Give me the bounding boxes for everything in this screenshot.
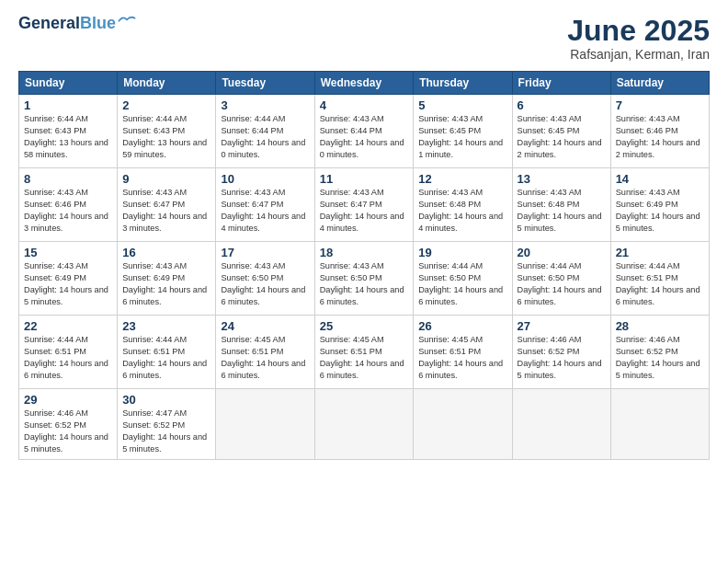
day-number: 7 [616, 98, 704, 112]
day-info: Sunrise: 4:43 AMSunset: 6:47 PMDaylight:… [122, 187, 210, 235]
day-number: 9 [122, 172, 210, 186]
day-info: Sunrise: 4:44 AMSunset: 6:50 PMDaylight:… [418, 260, 506, 308]
day-info: Sunrise: 4:43 AMSunset: 6:50 PMDaylight:… [221, 260, 309, 308]
day-info: Sunrise: 4:43 AMSunset: 6:49 PMDaylight:… [122, 260, 210, 308]
day-number: 18 [320, 246, 409, 259]
day-number: 17 [221, 246, 309, 259]
col-saturday: Saturday [610, 72, 709, 95]
table-row: 20Sunrise: 4:44 AMSunset: 6:50 PMDayligh… [512, 242, 610, 316]
col-tuesday: Tuesday [216, 72, 314, 95]
table-row: 17Sunrise: 4:43 AMSunset: 6:50 PMDayligh… [216, 242, 314, 316]
table-row: 23Sunrise: 4:44 AMSunset: 6:51 PMDayligh… [118, 316, 216, 389]
day-number: 23 [122, 319, 210, 333]
day-info: Sunrise: 4:44 AMSunset: 6:44 PMDaylight:… [221, 113, 309, 161]
day-number: 3 [221, 98, 309, 112]
day-number: 4 [320, 98, 409, 112]
day-info: Sunrise: 4:44 AMSunset: 6:51 PMDaylight:… [24, 334, 112, 382]
table-row: 6Sunrise: 4:43 AMSunset: 6:45 PMDaylight… [512, 95, 610, 168]
table-row [512, 389, 610, 460]
day-info: Sunrise: 4:46 AMSunset: 6:52 PMDaylight:… [24, 408, 112, 455]
day-number: 2 [122, 98, 210, 112]
table-row: 11Sunrise: 4:43 AMSunset: 6:47 PMDayligh… [314, 168, 414, 242]
day-info: Sunrise: 4:46 AMSunset: 6:52 PMDaylight:… [518, 334, 606, 382]
day-number: 8 [24, 172, 112, 186]
day-number: 12 [418, 172, 506, 186]
day-info: Sunrise: 4:45 AMSunset: 6:51 PMDaylight:… [320, 334, 409, 382]
day-number: 30 [122, 393, 210, 407]
col-sunday: Sunday [19, 72, 118, 95]
day-number: 13 [518, 172, 606, 186]
day-number: 22 [24, 319, 112, 333]
day-number: 14 [616, 172, 704, 186]
table-row: 18Sunrise: 4:43 AMSunset: 6:50 PMDayligh… [314, 242, 414, 316]
day-number: 29 [24, 393, 112, 407]
table-row: 7Sunrise: 4:43 AMSunset: 6:46 PMDaylight… [610, 95, 709, 168]
day-number: 27 [518, 319, 606, 333]
logo: GeneralBlue [18, 15, 136, 33]
logo-text: GeneralBlue [18, 15, 116, 33]
day-number: 19 [418, 246, 506, 259]
day-number: 15 [24, 246, 112, 259]
month-title: June 2025 [567, 15, 710, 47]
col-monday: Monday [118, 72, 216, 95]
day-number: 11 [320, 172, 409, 186]
table-row [314, 389, 414, 460]
day-info: Sunrise: 4:43 AMSunset: 6:49 PMDaylight:… [616, 187, 704, 235]
col-friday: Friday [512, 72, 610, 95]
col-wednesday: Wednesday [314, 72, 414, 95]
day-info: Sunrise: 4:44 AMSunset: 6:51 PMDaylight:… [122, 334, 210, 382]
day-number: 24 [221, 319, 309, 333]
logo-bird-icon [118, 14, 136, 27]
table-row: 16Sunrise: 4:43 AMSunset: 6:49 PMDayligh… [118, 242, 216, 316]
table-row: 24Sunrise: 4:45 AMSunset: 6:51 PMDayligh… [216, 316, 314, 389]
day-info: Sunrise: 4:45 AMSunset: 6:51 PMDaylight:… [418, 334, 506, 382]
day-info: Sunrise: 4:43 AMSunset: 6:48 PMDaylight:… [518, 187, 606, 235]
day-info: Sunrise: 4:43 AMSunset: 6:47 PMDaylight:… [221, 187, 309, 235]
calendar-table: Sunday Monday Tuesday Wednesday Thursday… [18, 71, 710, 460]
table-row: 9Sunrise: 4:43 AMSunset: 6:47 PMDaylight… [118, 168, 216, 242]
table-row: 8Sunrise: 4:43 AMSunset: 6:46 PMDaylight… [19, 168, 118, 242]
day-number: 26 [418, 319, 506, 333]
table-row: 13Sunrise: 4:43 AMSunset: 6:48 PMDayligh… [512, 168, 610, 242]
table-row [610, 389, 709, 460]
day-info: Sunrise: 4:43 AMSunset: 6:45 PMDaylight:… [518, 113, 606, 161]
day-info: Sunrise: 4:47 AMSunset: 6:52 PMDaylight:… [122, 408, 210, 455]
day-info: Sunrise: 4:43 AMSunset: 6:46 PMDaylight:… [616, 113, 704, 161]
table-row [216, 389, 314, 460]
table-row: 3Sunrise: 4:44 AMSunset: 6:44 PMDaylight… [216, 95, 314, 168]
day-info: Sunrise: 4:43 AMSunset: 6:50 PMDaylight:… [320, 260, 409, 308]
table-row: 27Sunrise: 4:46 AMSunset: 6:52 PMDayligh… [512, 316, 610, 389]
day-info: Sunrise: 4:43 AMSunset: 6:49 PMDaylight:… [24, 260, 112, 308]
table-row: 10Sunrise: 4:43 AMSunset: 6:47 PMDayligh… [216, 168, 314, 242]
table-row [414, 389, 512, 460]
day-info: Sunrise: 4:44 AMSunset: 6:43 PMDaylight:… [122, 113, 210, 161]
day-info: Sunrise: 4:43 AMSunset: 6:45 PMDaylight:… [418, 113, 506, 161]
day-info: Sunrise: 4:43 AMSunset: 6:46 PMDaylight:… [24, 187, 112, 235]
table-row: 21Sunrise: 4:44 AMSunset: 6:51 PMDayligh… [610, 242, 709, 316]
logo-blue: Blue [80, 14, 116, 32]
table-row: 26Sunrise: 4:45 AMSunset: 6:51 PMDayligh… [414, 316, 512, 389]
day-info: Sunrise: 4:45 AMSunset: 6:51 PMDaylight:… [221, 334, 309, 382]
title-block: June 2025 Rafsanjan, Kerman, Iran [567, 15, 710, 62]
day-info: Sunrise: 6:44 AMSunset: 6:43 PMDaylight:… [24, 113, 112, 161]
table-row: 29Sunrise: 4:46 AMSunset: 6:52 PMDayligh… [19, 389, 118, 460]
table-row: 5Sunrise: 4:43 AMSunset: 6:45 PMDaylight… [414, 95, 512, 168]
table-row: 14Sunrise: 4:43 AMSunset: 6:49 PMDayligh… [610, 168, 709, 242]
day-info: Sunrise: 4:43 AMSunset: 6:47 PMDaylight:… [320, 187, 409, 235]
day-info: Sunrise: 4:43 AMSunset: 6:48 PMDaylight:… [418, 187, 506, 235]
day-info: Sunrise: 4:44 AMSunset: 6:50 PMDaylight:… [518, 260, 606, 308]
day-number: 21 [616, 246, 704, 259]
table-row: 4Sunrise: 4:43 AMSunset: 6:44 PMDaylight… [314, 95, 414, 168]
day-number: 6 [518, 98, 606, 112]
table-row: 19Sunrise: 4:44 AMSunset: 6:50 PMDayligh… [414, 242, 512, 316]
header: GeneralBlue June 2025 Rafsanjan, Kerman,… [18, 15, 710, 62]
day-number: 25 [320, 319, 409, 333]
location: Rafsanjan, Kerman, Iran [567, 47, 710, 62]
page: GeneralBlue June 2025 Rafsanjan, Kerman,… [0, 0, 728, 563]
day-number: 20 [518, 246, 606, 259]
table-row: 15Sunrise: 4:43 AMSunset: 6:49 PMDayligh… [19, 242, 118, 316]
table-row: 30Sunrise: 4:47 AMSunset: 6:52 PMDayligh… [118, 389, 216, 460]
table-row: 25Sunrise: 4:45 AMSunset: 6:51 PMDayligh… [314, 316, 414, 389]
calendar-header-row: Sunday Monday Tuesday Wednesday Thursday… [19, 72, 710, 95]
day-number: 10 [221, 172, 309, 186]
